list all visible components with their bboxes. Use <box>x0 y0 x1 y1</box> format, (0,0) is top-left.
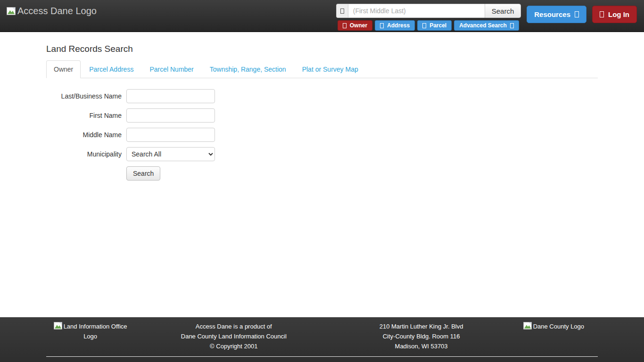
site-logo-alt-text: Access Dane Logo <box>17 6 97 16</box>
footer-address-line: City-County Bldg. Room 116 <box>333 331 509 341</box>
footer-address-line: Madison, WI 53703 <box>333 341 509 351</box>
parcel-search-button[interactable]: Parcel <box>417 20 452 31</box>
owner-icon <box>343 23 347 28</box>
resources-menu-button[interactable]: Resources <box>527 6 586 23</box>
tab-parcel-address[interactable]: Parcel Address <box>82 60 141 78</box>
login-icon <box>600 11 604 17</box>
owner-quick-search-input[interactable] <box>348 4 485 18</box>
top-navbar: Access Dane Logo Search Owner Address <box>0 0 644 32</box>
footer-address: 210 Martin Luther King Jr. Blvd City-Cou… <box>333 321 509 351</box>
municipality-label: Municipality <box>46 150 126 158</box>
tab-plat-or-survey-map[interactable]: Plat or Survey Map <box>295 60 366 78</box>
footer-lio-logo: Land Information Office Logo <box>46 321 134 341</box>
municipality-select[interactable]: Search All <box>126 147 215 161</box>
login-button-label: Log In <box>608 10 629 18</box>
address-button-label: Address <box>387 22 410 29</box>
page-title: Land Records Search <box>46 44 598 54</box>
first-name-label: First Name <box>46 112 126 119</box>
login-button[interactable]: Log In <box>592 6 637 23</box>
form-search-button[interactable]: Search <box>126 166 160 181</box>
caret-down-icon <box>510 23 514 28</box>
resources-button-label: Resources <box>534 10 570 18</box>
address-icon <box>380 23 384 28</box>
tab-township-range-section[interactable]: Township, Range, Section <box>202 60 294 78</box>
form-row-last-name: Last/Business Name <box>46 89 598 103</box>
broken-image-icon <box>523 322 532 329</box>
broken-image-icon <box>7 7 16 15</box>
person-icon <box>340 8 344 14</box>
tab-owner[interactable]: Owner <box>46 60 81 78</box>
tab-parcel-number[interactable]: Parcel Number <box>142 60 201 78</box>
owner-search-form: Last/Business Name First Name Middle Nam… <box>46 89 598 181</box>
county-logo-alt-text: Dane County Logo <box>533 323 584 330</box>
search-tabs: Owner Parcel Address Parcel Number Towns… <box>46 60 598 78</box>
last-name-label: Last/Business Name <box>46 92 126 100</box>
navbar-right: Search Owner Address Parcel Advanced Sea… <box>336 4 637 31</box>
form-row-middle-name: Middle Name <box>46 128 598 142</box>
advanced-search-button-label: Advanced Search <box>459 22 507 29</box>
page-footer: Land Information Office Logo Access Dane… <box>0 317 644 362</box>
navbar-search-area: Search Owner Address Parcel Advanced Sea… <box>336 4 521 31</box>
caret-down-icon <box>575 11 579 17</box>
middle-name-label: Middle Name <box>46 131 126 139</box>
advanced-search-button[interactable]: Advanced Search <box>454 20 519 31</box>
footer-product-line: Dane County Land Information Council <box>134 331 333 341</box>
form-row-first-name: First Name <box>46 108 598 123</box>
footer-product-line: Access Dane is a product of <box>134 321 333 331</box>
footer-product-text: Access Dane is a product of Dane County … <box>134 321 333 351</box>
footer-links: Home|Disclaimer|Privacy|Resources|Contac… <box>0 357 644 362</box>
last-name-input[interactable] <box>126 89 215 103</box>
form-row-municipality: Municipality Search All <box>46 147 598 161</box>
first-name-input[interactable] <box>126 108 215 123</box>
site-logo[interactable]: Access Dane Logo <box>7 6 97 16</box>
footer-copyright: © Copyright 2001 <box>134 341 333 351</box>
form-row-submit: Search <box>46 166 598 181</box>
footer-address-line: 210 Martin Luther King Jr. Blvd <box>333 321 509 331</box>
parcel-button-label: Parcel <box>429 22 446 29</box>
owner-button-label: Owner <box>350 22 367 29</box>
quick-search-buttons: Owner Address Parcel Advanced Search <box>336 20 521 31</box>
broken-image-icon <box>54 322 62 329</box>
navbar-search-button[interactable]: Search <box>485 4 521 18</box>
owner-search-button[interactable]: Owner <box>338 20 372 31</box>
search-addon-button[interactable] <box>336 4 348 18</box>
parcel-icon <box>422 23 426 28</box>
address-search-button[interactable]: Address <box>375 20 415 31</box>
main-content: Land Records Search Owner Parcel Address… <box>0 44 644 317</box>
footer-county-logo: Dane County Logo <box>510 321 598 331</box>
lio-logo-alt-text: Land Information Office Logo <box>64 323 127 340</box>
middle-name-input[interactable] <box>126 128 215 142</box>
navbar-search-group: Search <box>336 4 521 18</box>
